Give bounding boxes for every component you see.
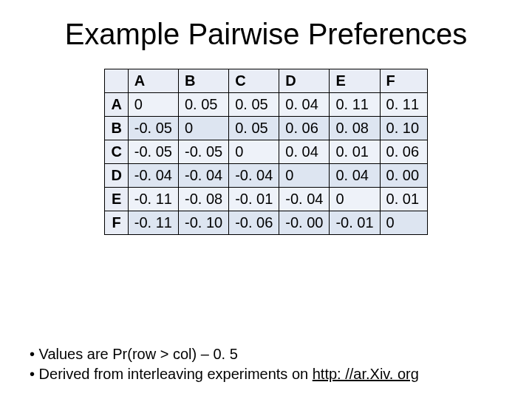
cell: 0 (178, 117, 228, 140)
cell: 0 (229, 140, 279, 164)
row-header: A (105, 93, 128, 117)
table-row: F -0. 11 -0. 10 -0. 06 -0. 00 -0. 01 0 (105, 211, 427, 235)
row-header: D (105, 164, 128, 188)
table-corner (105, 69, 128, 93)
cell: 0. 11 (380, 93, 427, 117)
cell: -0. 04 (178, 164, 228, 188)
table-wrap: A B C D E F A 0 0. 05 0. 05 0. 04 0. 11 … (30, 69, 502, 235)
footnote-line: Derived from interleaving experiments on… (30, 364, 502, 384)
cell: 0. 05 (229, 93, 279, 117)
footnote-line: Values are Pr(row > col) – 0. 5 (30, 344, 502, 364)
table-row: E -0. 11 -0. 08 -0. 01 -0. 04 0 0. 01 (105, 188, 427, 211)
table-row: A 0 0. 05 0. 05 0. 04 0. 11 0. 11 (105, 93, 427, 117)
cell: 0. 01 (330, 140, 380, 164)
cell: -0. 04 (279, 188, 330, 211)
cell: -0. 04 (229, 164, 279, 188)
cell: 0. 00 (380, 164, 427, 188)
cell: 0. 04 (279, 140, 330, 164)
row-header: E (105, 188, 128, 211)
col-header: C (229, 69, 279, 93)
cell: 0. 06 (380, 140, 427, 164)
cell: 0 (380, 211, 427, 235)
col-header: F (380, 69, 427, 93)
col-header: A (128, 69, 178, 93)
cell: 0 (330, 188, 380, 211)
table-row: B -0. 05 0 0. 05 0. 06 0. 08 0. 10 (105, 117, 427, 140)
cell: -0. 04 (128, 164, 178, 188)
row-header: B (105, 117, 128, 140)
footnote-text: Derived from interleaving experiments on (39, 366, 313, 382)
col-header: D (279, 69, 330, 93)
row-header: C (105, 140, 128, 164)
cell: 0. 05 (178, 93, 228, 117)
slide: Example Pairwise Preferences A B C D E F… (0, 0, 532, 399)
cell: 0. 05 (229, 117, 279, 140)
table-row: D -0. 04 -0. 04 -0. 04 0 0. 04 0. 00 (105, 164, 427, 188)
cell: -0. 06 (229, 211, 279, 235)
cell: -0. 08 (178, 188, 228, 211)
footnote-text: Values are Pr(row > col) – 0. 5 (39, 346, 238, 362)
cell: -0. 01 (229, 188, 279, 211)
cell: -0. 11 (128, 188, 178, 211)
table-row: C -0. 05 -0. 05 0 0. 04 0. 01 0. 06 (105, 140, 427, 164)
cell: -0. 05 (178, 140, 228, 164)
cell: -0. 00 (279, 211, 330, 235)
cell: -0. 05 (128, 140, 178, 164)
cell: 0 (128, 93, 178, 117)
cell: 0. 11 (330, 93, 380, 117)
cell: 0. 04 (279, 93, 330, 117)
page-title: Example Pairwise Preferences (30, 18, 502, 51)
cell: -0. 05 (128, 117, 178, 140)
table-header-row: A B C D E F (105, 69, 427, 93)
col-header: B (178, 69, 228, 93)
cell: 0. 08 (330, 117, 380, 140)
col-header: E (330, 69, 380, 93)
cell: -0. 01 (330, 211, 380, 235)
cell: 0. 04 (330, 164, 380, 188)
footnote-link[interactable]: http: //ar.Xiv. org (313, 366, 419, 382)
pairwise-table: A B C D E F A 0 0. 05 0. 05 0. 04 0. 11 … (104, 69, 427, 235)
cell: -0. 10 (178, 211, 228, 235)
cell: -0. 11 (128, 211, 178, 235)
cell: 0 (279, 164, 330, 188)
cell: 0. 06 (279, 117, 330, 140)
cell: 0. 01 (380, 188, 427, 211)
footnotes: Values are Pr(row > col) – 0. 5 Derived … (30, 344, 502, 384)
row-header: F (105, 211, 128, 235)
cell: 0. 10 (380, 117, 427, 140)
